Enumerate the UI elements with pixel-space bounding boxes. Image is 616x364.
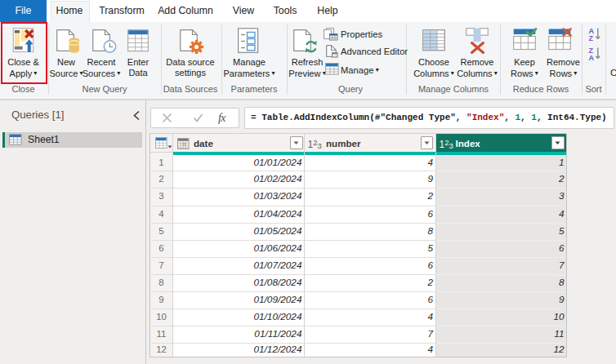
svg-text:A: A xyxy=(589,54,595,62)
svg-text:Z: Z xyxy=(589,34,594,42)
